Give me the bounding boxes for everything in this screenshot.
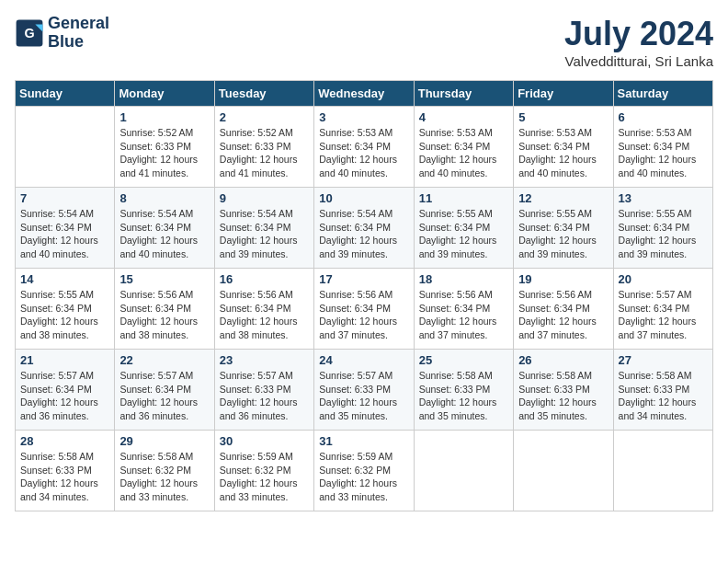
day-info: Sunrise: 5:56 AMSunset: 6:34 PMDaylight:… (319, 288, 408, 342)
day-number: 17 (319, 272, 408, 286)
calendar-cell: 13Sunrise: 5:55 AMSunset: 6:34 PMDayligh… (613, 188, 712, 269)
day-number: 31 (319, 434, 408, 448)
calendar-table: SundayMondayTuesdayWednesdayThursdayFrid… (15, 80, 713, 511)
day-info: Sunrise: 5:57 AMSunset: 6:33 PMDaylight:… (319, 369, 408, 423)
day-number: 10 (319, 191, 408, 205)
day-number: 7 (20, 191, 109, 205)
logo-line1: General (48, 15, 109, 33)
day-info: Sunrise: 5:54 AMSunset: 6:34 PMDaylight:… (20, 207, 109, 261)
calendar-cell: 22Sunrise: 5:57 AMSunset: 6:34 PMDayligh… (115, 350, 214, 431)
day-info: Sunrise: 5:58 AMSunset: 6:33 PMDaylight:… (20, 450, 109, 504)
day-info: Sunrise: 5:53 AMSunset: 6:34 PMDaylight:… (518, 126, 608, 180)
day-number: 18 (419, 272, 508, 286)
calendar-cell: 14Sunrise: 5:55 AMSunset: 6:34 PMDayligh… (16, 269, 115, 350)
calendar-cell: 15Sunrise: 5:56 AMSunset: 6:34 PMDayligh… (115, 269, 214, 350)
day-number: 26 (518, 353, 608, 367)
day-number: 23 (220, 353, 309, 367)
day-number: 4 (419, 110, 508, 124)
day-number: 20 (619, 272, 708, 286)
day-info: Sunrise: 5:55 AMSunset: 6:34 PMDaylight:… (20, 288, 109, 342)
calendar-cell: 3Sunrise: 5:53 AMSunset: 6:34 PMDaylight… (314, 107, 414, 188)
calendar-cell (16, 107, 115, 188)
day-number: 8 (119, 191, 209, 205)
day-number: 22 (119, 353, 209, 367)
weekday-header-monday: Monday (115, 81, 214, 107)
logo-text: General Blue (48, 15, 109, 52)
calendar-cell: 6Sunrise: 5:53 AMSunset: 6:34 PMDaylight… (613, 107, 712, 188)
day-info: Sunrise: 5:55 AMSunset: 6:34 PMDaylight:… (518, 207, 608, 261)
svg-text:G: G (24, 26, 34, 40)
day-number: 6 (619, 110, 708, 124)
day-info: Sunrise: 5:58 AMSunset: 6:32 PMDaylight:… (119, 450, 209, 504)
title-section: July 2024 Valvedditturai, Sri Lanka (564, 15, 713, 69)
week-row-4: 21Sunrise: 5:57 AMSunset: 6:34 PMDayligh… (16, 350, 713, 431)
day-info: Sunrise: 5:57 AMSunset: 6:33 PMDaylight:… (220, 369, 309, 423)
day-number: 9 (220, 191, 309, 205)
day-info: Sunrise: 5:56 AMSunset: 6:34 PMDaylight:… (220, 288, 309, 342)
calendar-cell: 16Sunrise: 5:56 AMSunset: 6:34 PMDayligh… (214, 269, 313, 350)
day-info: Sunrise: 5:55 AMSunset: 6:34 PMDaylight:… (619, 207, 708, 261)
weekday-header-saturday: Saturday (613, 81, 712, 107)
day-number: 11 (419, 191, 508, 205)
day-number: 5 (518, 110, 608, 124)
calendar-cell: 29Sunrise: 5:58 AMSunset: 6:32 PMDayligh… (115, 431, 214, 511)
calendar-cell: 31Sunrise: 5:59 AMSunset: 6:32 PMDayligh… (314, 431, 414, 511)
day-info: Sunrise: 5:52 AMSunset: 6:33 PMDaylight:… (220, 126, 309, 180)
day-number: 21 (20, 353, 109, 367)
calendar-cell: 27Sunrise: 5:58 AMSunset: 6:33 PMDayligh… (613, 350, 712, 431)
weekday-header-row: SundayMondayTuesdayWednesdayThursdayFrid… (16, 81, 713, 107)
logo-icon: G (15, 18, 44, 48)
week-row-5: 28Sunrise: 5:58 AMSunset: 6:33 PMDayligh… (16, 431, 713, 511)
day-info: Sunrise: 5:58 AMSunset: 6:33 PMDaylight:… (619, 369, 708, 423)
logo-line2: Blue (48, 33, 109, 52)
calendar-cell: 24Sunrise: 5:57 AMSunset: 6:33 PMDayligh… (314, 350, 414, 431)
calendar-cell (514, 431, 613, 511)
day-number: 30 (220, 434, 309, 448)
day-number: 3 (319, 110, 408, 124)
page-header: G General Blue July 2024 Valvedditturai,… (15, 15, 713, 69)
day-number: 15 (119, 272, 209, 286)
calendar-cell: 2Sunrise: 5:52 AMSunset: 6:33 PMDaylight… (214, 107, 313, 188)
day-info: Sunrise: 5:57 AMSunset: 6:34 PMDaylight:… (20, 369, 109, 423)
calendar-cell: 4Sunrise: 5:53 AMSunset: 6:34 PMDaylight… (414, 107, 513, 188)
day-number: 12 (518, 191, 608, 205)
logo: G General Blue (15, 15, 109, 52)
calendar-cell: 26Sunrise: 5:58 AMSunset: 6:33 PMDayligh… (514, 350, 613, 431)
weekday-header-thursday: Thursday (414, 81, 513, 107)
calendar-cell: 30Sunrise: 5:59 AMSunset: 6:32 PMDayligh… (214, 431, 313, 511)
calendar-cell: 17Sunrise: 5:56 AMSunset: 6:34 PMDayligh… (314, 269, 414, 350)
calendar-cell (613, 431, 712, 511)
calendar-cell: 28Sunrise: 5:58 AMSunset: 6:33 PMDayligh… (16, 431, 115, 511)
day-info: Sunrise: 5:59 AMSunset: 6:32 PMDaylight:… (319, 450, 408, 504)
day-number: 28 (20, 434, 109, 448)
day-info: Sunrise: 5:59 AMSunset: 6:32 PMDaylight:… (220, 450, 309, 504)
weekday-header-tuesday: Tuesday (214, 81, 313, 107)
day-info: Sunrise: 5:54 AMSunset: 6:34 PMDaylight:… (319, 207, 408, 261)
calendar-cell: 10Sunrise: 5:54 AMSunset: 6:34 PMDayligh… (314, 188, 414, 269)
week-row-1: 1Sunrise: 5:52 AMSunset: 6:33 PMDaylight… (16, 107, 713, 188)
day-info: Sunrise: 5:58 AMSunset: 6:33 PMDaylight:… (419, 369, 508, 423)
day-number: 19 (518, 272, 608, 286)
day-info: Sunrise: 5:52 AMSunset: 6:33 PMDaylight:… (119, 126, 209, 180)
day-number: 29 (119, 434, 209, 448)
day-number: 24 (319, 353, 408, 367)
calendar-cell: 20Sunrise: 5:57 AMSunset: 6:34 PMDayligh… (613, 269, 712, 350)
location: Valvedditturai, Sri Lanka (564, 53, 713, 69)
calendar-cell: 9Sunrise: 5:54 AMSunset: 6:34 PMDaylight… (214, 188, 313, 269)
weekday-header-sunday: Sunday (16, 81, 115, 107)
week-row-2: 7Sunrise: 5:54 AMSunset: 6:34 PMDaylight… (16, 188, 713, 269)
calendar-cell: 23Sunrise: 5:57 AMSunset: 6:33 PMDayligh… (214, 350, 313, 431)
day-info: Sunrise: 5:56 AMSunset: 6:34 PMDaylight:… (119, 288, 209, 342)
day-info: Sunrise: 5:53 AMSunset: 6:34 PMDaylight:… (319, 126, 408, 180)
calendar-cell (414, 431, 513, 511)
day-number: 1 (119, 110, 209, 124)
weekday-header-wednesday: Wednesday (314, 81, 414, 107)
day-info: Sunrise: 5:57 AMSunset: 6:34 PMDaylight:… (619, 288, 708, 342)
day-number: 27 (619, 353, 708, 367)
calendar-cell: 11Sunrise: 5:55 AMSunset: 6:34 PMDayligh… (414, 188, 513, 269)
calendar-cell: 12Sunrise: 5:55 AMSunset: 6:34 PMDayligh… (514, 188, 613, 269)
day-info: Sunrise: 5:55 AMSunset: 6:34 PMDaylight:… (419, 207, 508, 261)
day-info: Sunrise: 5:53 AMSunset: 6:34 PMDaylight:… (619, 126, 708, 180)
day-number: 14 (20, 272, 109, 286)
week-row-3: 14Sunrise: 5:55 AMSunset: 6:34 PMDayligh… (16, 269, 713, 350)
